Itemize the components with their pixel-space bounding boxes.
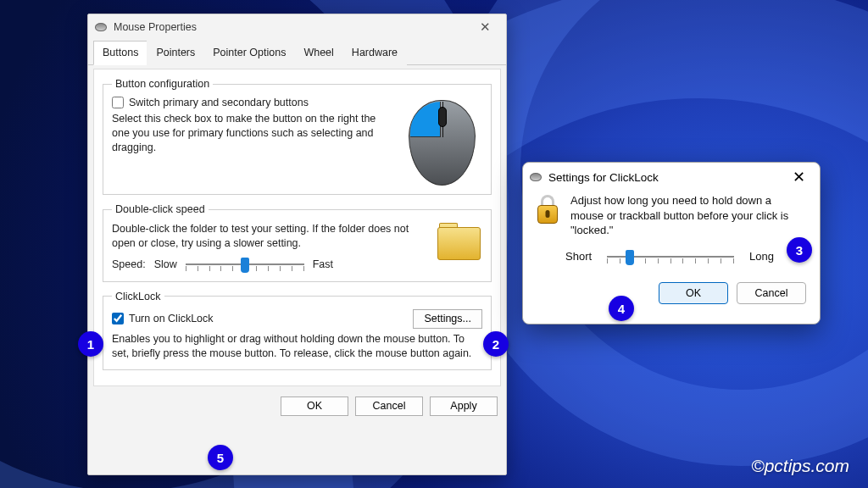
short-label: Short	[565, 250, 592, 263]
annotation-marker-3: 3	[787, 237, 812, 263]
tab-pointers[interactable]: Pointers	[147, 41, 204, 65]
tab-buttons[interactable]: Buttons	[93, 41, 147, 65]
tab-wheel[interactable]: Wheel	[294, 41, 342, 65]
annotation-marker-2: 2	[483, 331, 509, 357]
switch-buttons-checkbox[interactable]: Switch primary and secondary buttons	[112, 97, 393, 108]
clicklock-duration-slider[interactable]	[607, 248, 734, 265]
ok-button[interactable]: OK	[659, 282, 728, 304]
switch-buttons-label: Switch primary and secondary buttons	[129, 97, 309, 108]
slider-thumb[interactable]	[626, 250, 634, 265]
clicklock-checkbox[interactable]: Turn on ClickLock	[112, 313, 214, 324]
clicklock-input[interactable]	[112, 313, 124, 324]
window-title: Settings for ClickLock	[548, 171, 784, 184]
tab-pointer-options[interactable]: Pointer Options	[203, 41, 295, 65]
annotation-marker-4: 4	[609, 296, 634, 321]
switch-buttons-input[interactable]	[112, 97, 124, 108]
speed-label: Speed:	[112, 258, 146, 270]
ok-button[interactable]: OK	[281, 396, 348, 416]
dblclick-description: Double-click the folder to test your set…	[112, 222, 427, 251]
tab-body-buttons: Button configuration Switch primary and …	[93, 69, 501, 386]
watermark-text: ©pctips.com	[751, 456, 849, 476]
folder-test-icon[interactable]	[436, 222, 482, 260]
annotation-marker-5: 5	[208, 445, 233, 470]
cancel-button[interactable]: Cancel	[737, 282, 806, 304]
group-legend: Double-click speed	[112, 203, 209, 215]
group-legend: ClickLock	[112, 291, 164, 302]
clicklock-settings-description: Adjust how long you need to hold down a …	[570, 193, 804, 238]
annotation-marker-1: 1	[78, 331, 103, 357]
slider-thumb[interactable]	[241, 258, 249, 273]
clicklock-settings-window: Settings for ClickLock ✕ Adjust how long…	[522, 162, 821, 324]
clicklock-settings-button[interactable]: Settings...	[413, 309, 482, 329]
lock-icon	[535, 195, 560, 224]
switch-buttons-description: Select this check box to make the button…	[112, 112, 393, 155]
mouse-properties-window: Mouse Properties ✕ Buttons Pointers Poin…	[87, 14, 507, 475]
dblclick-speed-slider[interactable]	[186, 256, 304, 273]
close-icon[interactable]: ✕	[470, 19, 499, 35]
close-icon[interactable]: ✕	[784, 168, 813, 186]
clicklock-label: Turn on ClickLock	[129, 313, 214, 324]
clicklock-description: Enables you to highlight or drag without…	[112, 332, 482, 361]
mouse-icon	[95, 23, 107, 31]
fast-label: Fast	[313, 258, 333, 270]
window-title: Mouse Properties	[114, 21, 470, 33]
long-label: Long	[749, 250, 774, 263]
mouse-illustration	[402, 97, 482, 186]
group-button-configuration: Button configuration Switch primary and …	[103, 78, 492, 195]
dialog-buttons: OK Cancel Apply	[88, 391, 506, 419]
group-clicklock: ClickLock Turn on ClickLock Settings... …	[103, 291, 492, 370]
group-double-click-speed: Double-click speed Double-click the fold…	[103, 203, 492, 282]
slow-label: Slow	[154, 258, 177, 270]
tab-strip: Buttons Pointers Pointer Options Wheel H…	[88, 40, 506, 65]
tab-hardware[interactable]: Hardware	[342, 41, 407, 65]
group-legend: Button configuration	[112, 78, 213, 90]
titlebar[interactable]: Settings for ClickLock ✕	[523, 163, 820, 191]
dialog-buttons: OK Cancel	[523, 275, 820, 314]
cancel-button[interactable]: Cancel	[355, 396, 423, 416]
titlebar[interactable]: Mouse Properties ✕	[88, 14, 506, 40]
apply-button[interactable]: Apply	[430, 396, 498, 416]
mouse-icon	[530, 173, 542, 181]
